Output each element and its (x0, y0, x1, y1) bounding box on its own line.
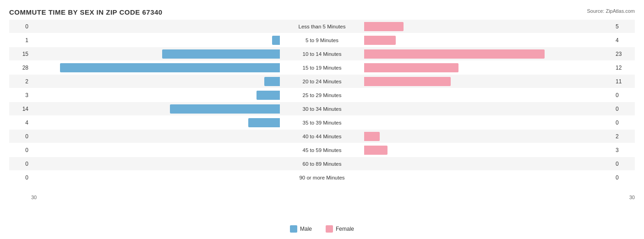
female-value: 0 (613, 174, 635, 181)
row-label: 45 to 59 Minutes (281, 147, 363, 153)
source-label: Source: ZipAtlas.com (587, 8, 635, 14)
female-bar (364, 77, 451, 86)
bars-wrapper: 15 to 19 Minutes (31, 61, 613, 74)
female-bar-container (363, 91, 613, 100)
table-row: 2 20 to 24 Minutes 11 (9, 75, 635, 88)
table-row: 0 Less than 5 Minutes 5 (9, 20, 635, 33)
table-row: 0 90 or more Minutes 0 (9, 171, 635, 184)
bars-wrapper: 35 to 39 Minutes (31, 116, 613, 129)
male-value: 2 (9, 78, 31, 85)
female-value: 0 (613, 161, 635, 167)
row-label: 20 to 24 Minutes (281, 79, 363, 84)
male-value: 3 (9, 92, 31, 98)
row-label: 60 to 89 Minutes (281, 161, 363, 167)
bar-section: 5 to 9 Minutes (31, 33, 613, 47)
male-color-box (290, 225, 297, 233)
bar-section: 40 to 44 Minutes (31, 130, 613, 143)
row-label: 25 to 29 Minutes (281, 92, 363, 98)
axis-left-label: 30 (31, 195, 37, 200)
male-bar-container (31, 132, 281, 141)
female-bar (364, 132, 380, 141)
bars-wrapper: 20 to 24 Minutes (31, 75, 613, 88)
table-row: 15 10 to 14 Minutes 23 (9, 47, 635, 60)
bar-section: Less than 5 Minutes (31, 20, 613, 33)
female-value: 12 (613, 65, 635, 71)
female-bar (364, 49, 545, 59)
male-bar (257, 91, 280, 100)
bar-section: 25 to 29 Minutes (31, 88, 613, 102)
male-bar-container (31, 118, 281, 127)
bars-wrapper: 45 to 59 Minutes (31, 143, 613, 157)
female-value: 0 (613, 106, 635, 112)
female-bar-container (363, 77, 613, 86)
male-bar-container (31, 104, 281, 114)
female-bar-container (363, 49, 613, 59)
female-value: 2 (613, 133, 635, 140)
male-value: 15 (9, 51, 31, 57)
row-label: 30 to 34 Minutes (281, 106, 363, 112)
table-row: 0 40 to 44 Minutes 2 (9, 130, 635, 143)
legend-male: Male (290, 225, 312, 233)
female-value: 3 (613, 147, 635, 153)
row-label: 35 to 39 Minutes (281, 120, 363, 125)
male-bar-container (31, 173, 281, 182)
female-bar-container (363, 132, 613, 141)
axis-bottom: 30 30 (9, 195, 635, 200)
female-value: 0 (613, 120, 635, 126)
male-bar (248, 118, 280, 127)
row-label: 10 to 14 Minutes (281, 51, 363, 57)
bar-section: 45 to 59 Minutes (31, 143, 613, 157)
bar-section: 20 to 24 Minutes (31, 75, 613, 88)
male-bar-container (31, 36, 281, 45)
row-label: 40 to 44 Minutes (281, 134, 363, 139)
row-label: 15 to 19 Minutes (281, 65, 363, 71)
male-bar-container (31, 159, 281, 168)
female-value: 11 (613, 78, 635, 85)
table-row: 0 45 to 59 Minutes 3 (9, 143, 635, 157)
male-bar-container (31, 63, 281, 72)
female-label: Female (336, 226, 354, 232)
male-value: 0 (9, 133, 31, 140)
bars-wrapper: 5 to 9 Minutes (31, 33, 613, 47)
female-bar-container (363, 22, 613, 31)
male-value: 1 (9, 37, 31, 43)
bars-wrapper: 10 to 14 Minutes (31, 47, 613, 60)
female-bar-container (363, 36, 613, 45)
male-value: 0 (9, 23, 31, 30)
bar-section: 90 or more Minutes (31, 171, 613, 184)
female-color-box (326, 225, 333, 233)
legend: Male Female (290, 225, 354, 233)
legend-female: Female (326, 225, 354, 233)
bar-section: 60 to 89 Minutes (31, 157, 613, 170)
bars-wrapper: 25 to 29 Minutes (31, 88, 613, 102)
female-bar-container (363, 173, 613, 182)
male-bar (60, 63, 280, 72)
female-bar-container (363, 159, 613, 168)
female-bar-container (363, 146, 613, 155)
male-bar-container (31, 22, 281, 31)
female-bar-container (363, 118, 613, 127)
female-bar (364, 36, 396, 45)
male-bar-container (31, 77, 281, 86)
male-label: Male (300, 226, 312, 232)
male-value: 28 (9, 65, 31, 71)
male-bar (272, 36, 280, 45)
female-value: 0 (613, 92, 635, 98)
bar-section: 30 to 34 Minutes (31, 102, 613, 115)
female-bar (364, 63, 458, 72)
table-row: 1 5 to 9 Minutes 4 (9, 33, 635, 47)
female-value: 5 (613, 23, 635, 30)
table-row: 4 35 to 39 Minutes 0 (9, 116, 635, 129)
female-bar-container (363, 104, 613, 114)
male-bar (162, 49, 280, 59)
bars-wrapper: Less than 5 Minutes (31, 20, 613, 33)
chart-title: COMMUTE TIME BY SEX IN ZIP CODE 67340 (9, 8, 635, 16)
male-bar (264, 77, 280, 86)
male-bar (170, 104, 280, 114)
male-bar-container (31, 146, 281, 155)
bars-wrapper: 40 to 44 Minutes (31, 130, 613, 143)
male-bar-container (31, 49, 281, 59)
bar-section: 10 to 14 Minutes (31, 47, 613, 60)
bars-wrapper: 60 to 89 Minutes (31, 157, 613, 170)
table-row: 3 25 to 29 Minutes 0 (9, 88, 635, 102)
